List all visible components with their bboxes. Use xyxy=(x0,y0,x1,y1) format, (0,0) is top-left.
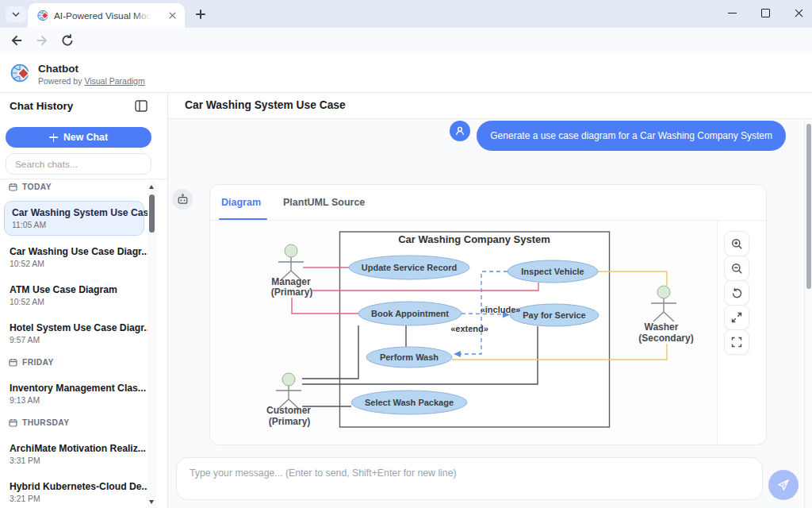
actor-role: (Primary) xyxy=(269,416,311,427)
chat-item-title: Car Washing Use Case Diagr... xyxy=(10,246,140,257)
zoom-in-button[interactable] xyxy=(724,231,749,256)
tab-plantuml-label: PlantUML Source xyxy=(283,197,365,208)
expand-button[interactable] xyxy=(724,305,749,330)
usecase-inspect-vehicle[interactable]: Inspect Vehicle xyxy=(508,260,598,283)
actor-customer[interactable]: Customer (Primary) xyxy=(266,373,311,427)
browser-tab-strip: AI-Powered Visual Modeling Ch xyxy=(0,0,812,28)
chat-item-title: ATM Use Case Diagram xyxy=(10,284,140,295)
new-tab-button[interactable] xyxy=(193,6,209,22)
chat-item-time: 9:13 AM xyxy=(10,396,140,405)
diagram-canvas[interactable]: Car Washing Company System xyxy=(210,221,718,445)
forward-icon xyxy=(35,33,49,48)
site-favicon-icon xyxy=(37,10,49,21)
chat-scrollbar[interactable] xyxy=(804,119,812,508)
browser-tab[interactable]: AI-Powered Visual Modeling Ch xyxy=(28,3,185,28)
usecase-update-service-record[interactable]: Update Service Record xyxy=(349,256,469,279)
card-tab-bar: Diagram PlantUML Source xyxy=(210,185,766,221)
new-chat-label: New Chat xyxy=(63,132,108,143)
chat-item[interactable]: Car Washing Use Case Diagr... 10:52 AM xyxy=(10,246,140,268)
back-icon xyxy=(10,33,24,48)
chat-item[interactable]: Inventory Management Clas... 9:13 AM xyxy=(10,383,140,405)
tab-diagram[interactable]: Diagram xyxy=(221,185,261,220)
window-close-button[interactable] xyxy=(785,0,812,26)
tab-plantuml-source[interactable]: PlantUML Source xyxy=(283,185,365,220)
group-label: FRIDAY xyxy=(22,358,54,367)
chat-scrollbar-thumb[interactable] xyxy=(806,124,811,289)
usecase-select-wash-package[interactable]: Select Wash Package xyxy=(351,391,467,414)
forward-button[interactable] xyxy=(35,33,49,48)
bot-avatar xyxy=(172,189,193,210)
tab-search-button[interactable] xyxy=(6,6,26,22)
fullscreen-icon xyxy=(731,337,742,348)
chat-item-time: 9:57 AM xyxy=(10,336,140,344)
sidebar-title: Chat History xyxy=(10,100,73,112)
tab-title-fade xyxy=(133,8,159,24)
new-chat-button[interactable]: New Chat xyxy=(6,127,151,148)
collapse-sidebar-icon[interactable] xyxy=(135,100,147,112)
usecase-label: Book Appointment xyxy=(371,309,449,318)
tab-close-icon[interactable] xyxy=(167,10,178,21)
actor-name: Washer xyxy=(645,321,679,333)
zoom-out-icon xyxy=(731,263,743,275)
browser-window: AI-Powered Visual Modeling Ch ai-toolbox… xyxy=(0,0,812,508)
calendar-icon xyxy=(9,183,17,191)
visual-paradigm-link[interactable]: Visual Paradigm xyxy=(84,76,144,86)
usecase-book-appointment[interactable]: Book Appointment xyxy=(358,302,462,325)
window-maximize-button[interactable] xyxy=(752,0,779,26)
reset-icon xyxy=(731,287,743,299)
powered-by-prefix: Powered by xyxy=(38,76,84,86)
user-message-avatar xyxy=(450,121,470,141)
usecase-perform-wash[interactable]: Perform Wash xyxy=(366,347,452,368)
chat-item[interactable]: Hybrid Kubernetes-Cloud De... 3:21 PM xyxy=(10,481,140,503)
actor-manager[interactable]: Manager (Primary) xyxy=(271,244,313,298)
extend-stereotype: «extend» xyxy=(450,324,488,333)
actor-name: Manager xyxy=(271,276,311,287)
usecase-pay-for-service[interactable]: Pay for Service xyxy=(510,304,599,326)
chat-item[interactable]: ATM Use Case Diagram 10:52 AM xyxy=(10,284,140,306)
app-logo-icon xyxy=(10,63,33,84)
chat-item[interactable]: Hotel System Use Case Diagr... 9:57 AM xyxy=(10,322,140,344)
scroll-up-icon[interactable] xyxy=(149,185,154,189)
page-title: Car Washing System Use Case xyxy=(185,99,346,111)
fullscreen-button[interactable] xyxy=(724,329,749,355)
sidebar-scrollbar[interactable] xyxy=(147,181,156,508)
chat-item-time: 11:05 AM xyxy=(12,221,136,229)
send-button[interactable] xyxy=(768,470,799,500)
chat-title-bar: Car Washing System Use Case xyxy=(168,93,812,119)
chat-item-title: ArchiMate Motivation Realiz... xyxy=(10,443,140,454)
chat-item-title: Hybrid Kubernetes-Cloud De... xyxy=(10,481,140,492)
scroll-down-icon[interactable] xyxy=(149,500,154,504)
chat-item-time: 3:31 PM xyxy=(10,456,140,465)
actor-name: Customer xyxy=(266,405,311,416)
reload-icon xyxy=(60,33,75,48)
chat-item-time: 10:52 AM xyxy=(10,260,140,268)
send-icon xyxy=(777,479,790,491)
chat-item-active[interactable]: Car Washing System Use Case 11:05 AM xyxy=(4,201,144,236)
back-button[interactable] xyxy=(10,33,24,48)
chat-group-friday: FRIDAY xyxy=(9,358,54,367)
calendar-icon xyxy=(9,358,17,367)
actor-washer[interactable]: Washer (Secondary) xyxy=(638,286,693,344)
reload-button[interactable] xyxy=(60,33,75,48)
app-title: Chatbot xyxy=(38,63,79,75)
sidebar-divider xyxy=(0,179,167,179)
minimize-icon xyxy=(728,13,737,13)
tab-diagram-label: Diagram xyxy=(221,197,261,208)
usecase-label: Pay for Service xyxy=(523,310,586,320)
zoom-out-button[interactable] xyxy=(724,256,749,281)
search-chats-input[interactable] xyxy=(6,154,151,174)
powered-by-text: Powered by Visual Paradigm xyxy=(38,76,145,86)
usecase-label: Inspect Vehicle xyxy=(521,267,584,276)
chat-item-time: 10:52 AM xyxy=(10,298,140,306)
window-minimize-button[interactable] xyxy=(718,0,745,26)
user-message-row: Generate a use case diagram for a Car Wa… xyxy=(450,121,786,151)
diagram-tools xyxy=(724,221,767,410)
message-input-box xyxy=(176,457,763,500)
use-case-diagram: Car Washing Company System xyxy=(210,221,718,445)
reset-view-button[interactable] xyxy=(724,280,749,306)
calendar-icon xyxy=(9,418,17,427)
message-input[interactable] xyxy=(177,458,762,499)
chevron-down-icon xyxy=(12,12,20,17)
scrollbar-thumb[interactable] xyxy=(149,194,155,233)
chat-item[interactable]: ArchiMate Motivation Realiz... 3:31 PM xyxy=(10,443,140,465)
